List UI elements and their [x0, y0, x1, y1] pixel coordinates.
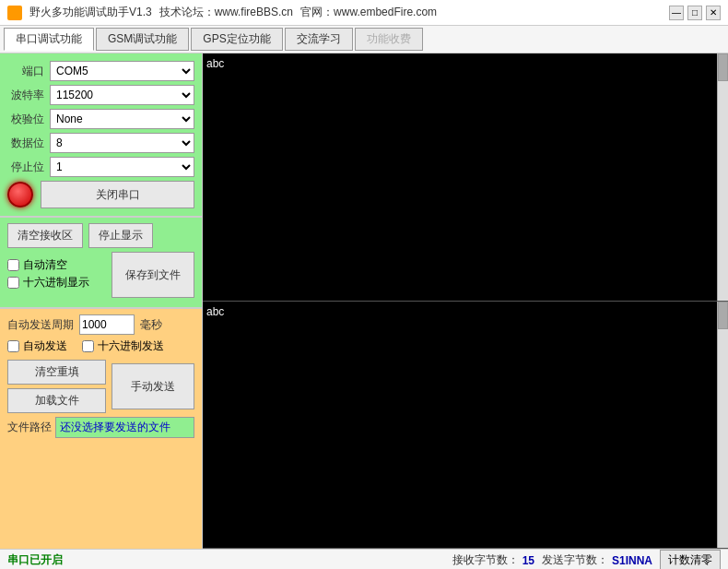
period-input[interactable]: [79, 314, 135, 335]
clear-receive-button[interactable]: 清空接收区: [7, 223, 83, 248]
send-bytes-item: 发送字节数： S1INNA: [542, 552, 652, 568]
send-section: 自动发送周期 毫秒 自动发送 十六进制发送 清空重填 加载文件: [0, 307, 202, 549]
parity-row: 校验位 None: [7, 109, 194, 129]
send-bytes-value: S1INNA: [612, 554, 652, 567]
minimize-button[interactable]: —: [669, 6, 684, 20]
receive-top-row: 清空接收区 停止显示: [7, 223, 194, 248]
port-open-status: 串口已开启: [7, 552, 63, 568]
forum-link: 技术论坛：www.fireBBS.cn: [159, 5, 293, 20]
data-row: 数据位 8: [7, 133, 194, 153]
parity-label: 校验位: [7, 112, 44, 127]
maximize-button[interactable]: □: [687, 6, 702, 20]
auto-send-row: 自动发送: [7, 338, 67, 354]
auto-send-label: 自动发送: [23, 338, 67, 354]
auto-clear-row: 自动清空: [7, 257, 106, 273]
bottom-scrollbar-thumb[interactable]: [718, 302, 728, 329]
tab-gps[interactable]: GPS定位功能: [191, 28, 282, 51]
port-status-led: [7, 182, 33, 207]
filepath-row: 文件路径 还没选择要发送的文件: [7, 417, 194, 438]
auto-clear-label: 自动清空: [23, 257, 67, 273]
send-buttons-row: 清空重填 加载文件 手动发送: [7, 360, 194, 413]
bottom-scrollbar[interactable]: [717, 302, 728, 549]
port-row: 端口 COM5: [7, 61, 194, 81]
status-bar: 串口已开启 接收字节数： 15 发送字节数： S1INNA 计数清零: [0, 549, 728, 569]
load-file-button[interactable]: 加载文件: [7, 388, 106, 413]
baud-label: 波特率: [7, 88, 44, 103]
left-panel: 端口 COM5 波特率 115200 校验位 None 数据位: [0, 53, 203, 549]
baud-row: 波特率 115200: [7, 85, 194, 105]
title-bar: 野火多功能调试助手V1.3 技术论坛：www.fireBBS.cn 官网：www…: [0, 0, 728, 26]
top-display-area: abc: [203, 53, 728, 302]
title-bar-left: 野火多功能调试助手V1.3 技术论坛：www.fireBBS.cn 官网：www…: [7, 5, 437, 20]
receive-action-section: 清空接收区 停止显示 自动清空 十六进制显示 保存到文件: [0, 218, 202, 307]
ms-label: 毫秒: [140, 317, 162, 333]
filepath-value: 还没选择要发送的文件: [55, 417, 194, 438]
main-content: 端口 COM5 波特率 115200 校验位 None 数据位: [0, 53, 728, 549]
tab-exchange[interactable]: 交流学习: [285, 28, 353, 51]
manual-send-button[interactable]: 手动发送: [112, 363, 194, 409]
port-select[interactable]: COM5: [50, 61, 194, 81]
app-title: 野火多功能调试助手V1.3: [29, 5, 152, 20]
top-scrollbar[interactable]: [717, 53, 728, 301]
bottom-display-text: abc: [206, 305, 224, 318]
period-label: 自动发送周期: [7, 317, 74, 333]
close-button[interactable]: ✕: [706, 6, 721, 20]
send-bytes-label: 发送字节数：: [542, 552, 608, 568]
data-select[interactable]: 8: [50, 133, 194, 153]
stop-select[interactable]: 1: [50, 157, 194, 177]
baud-select[interactable]: 115200: [50, 85, 194, 105]
receive-mid-row: 自动清空 十六进制显示 保存到文件: [7, 252, 194, 298]
period-row: 自动发送周期 毫秒: [7, 314, 194, 335]
parity-select[interactable]: None: [50, 109, 194, 129]
receive-bytes-label: 接收字节数：: [452, 552, 519, 568]
bottom-display-area: abc: [203, 302, 728, 550]
led-row: 关闭串口: [7, 181, 194, 208]
save-file-button[interactable]: 保存到文件: [112, 252, 194, 298]
tab-extra: 功能收费: [355, 28, 423, 51]
port-label: 端口: [7, 64, 44, 79]
hex-send-row: 十六进制发送: [82, 338, 164, 354]
hex-display-row: 十六进制显示: [7, 275, 106, 290]
hex-display-checkbox[interactable]: [7, 277, 19, 289]
stop-row: 停止位 1: [7, 157, 194, 177]
stop-label: 停止位: [7, 160, 44, 175]
website-link: 官网：www.embedFire.com: [300, 5, 437, 20]
top-scrollbar-thumb[interactable]: [718, 53, 728, 81]
app-icon: [7, 6, 22, 20]
hex-send-label: 十六进制发送: [98, 338, 164, 354]
right-panel: abc abc: [203, 53, 728, 549]
window-controls: — □ ✕: [669, 6, 721, 20]
filepath-label: 文件路径: [7, 420, 52, 435]
tab-gsm[interactable]: GSM调试功能: [96, 28, 189, 51]
close-port-button[interactable]: 关闭串口: [41, 181, 194, 208]
tab-serial[interactable]: 串口调试功能: [4, 28, 94, 51]
receive-bytes-value: 15: [523, 554, 534, 567]
calc-clear-button[interactable]: 计数清零: [660, 550, 721, 569]
auto-send-checkbox[interactable]: [7, 340, 19, 352]
top-display-text: abc: [206, 57, 224, 70]
hex-display-label: 十六进制显示: [23, 275, 89, 290]
menu-bar: 串口调试功能 GSM调试功能 GPS定位功能 交流学习 功能收费: [0, 26, 728, 53]
data-label: 数据位: [7, 136, 44, 151]
auto-clear-checkbox[interactable]: [7, 259, 19, 271]
receive-bytes-item: 接收字节数： 15: [452, 552, 534, 568]
hex-send-checkbox[interactable]: [82, 340, 94, 352]
stop-display-button[interactable]: 停止显示: [88, 223, 153, 248]
send-checkboxes-row: 自动发送 十六进制发送: [7, 338, 194, 356]
clear-reset-button[interactable]: 清空重填: [7, 360, 106, 385]
config-section: 端口 COM5 波特率 115200 校验位 None 数据位: [0, 53, 202, 218]
